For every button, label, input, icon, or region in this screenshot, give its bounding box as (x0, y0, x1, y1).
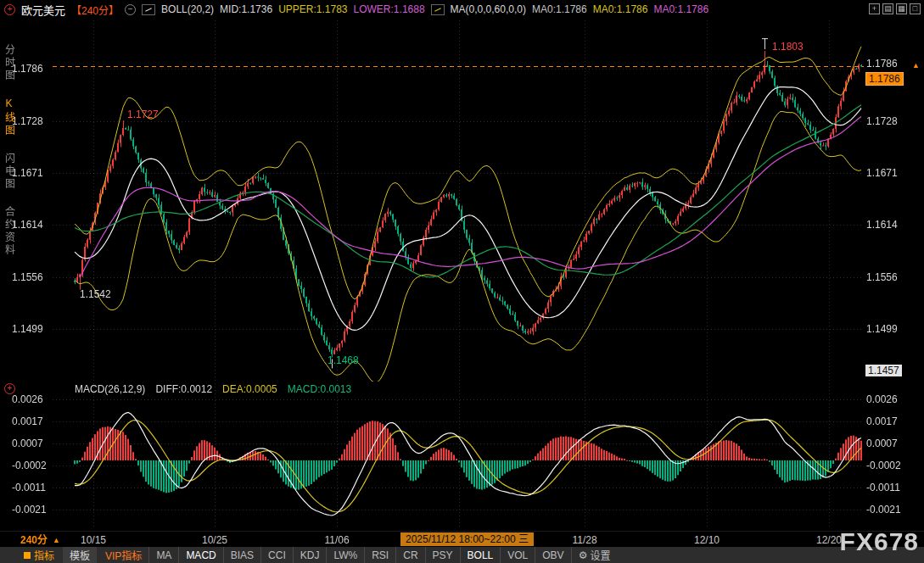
price-axis-label-right: 1.1671 (866, 167, 898, 179)
sidebar-item-candle-chart[interactable]: K线图 (3, 98, 17, 137)
price-axis-label-right: 1.1499 (866, 323, 898, 335)
tab-vip-indicators[interactable]: VIP指标 (98, 547, 148, 563)
tab-kdj[interactable]: KDJ (293, 547, 327, 563)
macd-axis-label-right: 0.0026 (866, 393, 898, 405)
indicator-tabbar: 指标模板VIP指标MAMACDBIASCCIKDJLW%RSICRPSYBOLL… (0, 547, 924, 563)
macd-value: MACD:0.0013 (288, 383, 351, 395)
tab-obv[interactable]: OBV (535, 547, 570, 563)
tab-lw[interactable]: LW% (326, 547, 364, 563)
watermark: FX678 (840, 527, 919, 556)
macd-diff-value: DIFF:0.0012 (155, 383, 212, 395)
sidebar-item-lightning-chart[interactable]: 闪电图 (3, 153, 17, 191)
chart-canvas[interactable] (0, 0, 924, 563)
boll-line-swatch (145, 8, 152, 11)
tab-label: PSY (433, 549, 453, 561)
date-axis-label: 11/28 (572, 534, 596, 546)
tab-settings[interactable]: ⚙设置 (571, 547, 618, 563)
price-axis-label-right: 1.1728 (866, 115, 898, 127)
topbar: + 欧元美元 【240分】 − BOLL(20,2) MID:1.1736 UP… (0, 0, 873, 19)
gear-icon: ⚙ (579, 549, 588, 561)
macd-axis-label-right: -0.0002 (866, 460, 901, 471)
ma-value-3: MA0:1.1786 (653, 3, 708, 15)
price-axis-label-right: 1.1556 (866, 271, 898, 283)
fullscreen-icon[interactable]: □ (910, 3, 921, 14)
price-annotation: 1.1803 (772, 42, 804, 53)
macd-axis-label-left: -0.0011 (12, 482, 46, 493)
tab-label: VOL (507, 549, 528, 561)
macd-axis-label-left: 0.0007 (12, 438, 43, 449)
tab-label: CR (403, 549, 417, 561)
tab-label: 指标 (34, 548, 54, 562)
symbol-title: 欧元美元 (21, 2, 65, 18)
zoom-out-icon[interactable]: − (125, 4, 136, 15)
tab-cci[interactable]: CCI (260, 547, 293, 563)
price-axis-label-right: 1.1614 (866, 219, 898, 231)
date-axis-label: 10/25 (202, 534, 227, 546)
price-axis-label-left: 1.1499 (12, 323, 43, 335)
macd-params-label: MACD(26,12,9) (75, 383, 145, 395)
price-annotation: 1.1542 (80, 289, 111, 300)
macd-axis-label-right: 0.0007 (866, 438, 898, 449)
date-axis-label: 12/10 (694, 534, 720, 546)
layout-grid-icon[interactable]: ▦ (896, 3, 907, 14)
boll-upper-value: UPPER:1.1783 (278, 3, 347, 15)
add-panel-icon[interactable]: + (869, 3, 880, 14)
ma-params-label: MA(0,0,0,60,0,0) (451, 3, 526, 15)
macd-axis-label-right: 0.0017 (866, 415, 898, 427)
ma-value-2: MA0:1.1786 (593, 3, 648, 15)
tab-label: LW% (333, 549, 357, 561)
tab-bias[interactable]: BIAS (223, 547, 260, 563)
price-annotation: 1.1727 (127, 109, 159, 120)
price-axis-label-right: 1.1786 (866, 58, 898, 70)
period-up-arrow-icon: ▲ (53, 536, 60, 544)
tab-templates[interactable]: 模板 (63, 547, 97, 563)
tab-label: 模板 (70, 548, 90, 562)
date-axis-label: 11/06 (324, 534, 349, 546)
macd-axis-label-right: -0.0011 (866, 482, 900, 493)
boll-mid-value: MID:1.1736 (220, 3, 272, 15)
price-axis-label-left: 1.1556 (12, 271, 43, 283)
tab-vol[interactable]: VOL (500, 547, 535, 563)
tab-label: CCI (268, 549, 286, 561)
tab-label: BIAS (231, 549, 254, 561)
tab-label: 设置 (590, 548, 610, 562)
sidebar-item-time-chart[interactable]: 分时图 (3, 44, 17, 82)
boll-legend-icon[interactable] (142, 4, 155, 15)
period-badge: 【240分】 (71, 3, 119, 17)
macd-axis-label-left: 0.0026 (12, 393, 43, 405)
tab-label: RSI (372, 549, 389, 561)
ma-line-swatch (434, 8, 441, 11)
tab-label: OBV (542, 549, 563, 561)
current-price-label: 1.1786 (865, 72, 904, 86)
window-controls: + ▤ ▦ □ (869, 3, 921, 14)
tab-label: BOLL (468, 549, 494, 561)
macd-axis-label-right: -0.0021 (866, 504, 901, 516)
price-up-arrow-icon: ▲ (912, 61, 920, 70)
crosshair-date-tooltip: 2025/11/12 18:00~22:00 三 (400, 532, 534, 546)
tab-indicators[interactable]: 指标 (17, 547, 61, 563)
tab-psy[interactable]: PSY (425, 547, 460, 563)
tab-boll[interactable]: BOLL (460, 547, 501, 563)
tab-cr[interactable]: CR (395, 547, 424, 563)
layout-rows-icon[interactable]: ▤ (882, 3, 893, 14)
macd-axis-label-left: -0.0021 (12, 504, 47, 516)
price-annotation: 1.1468 (328, 355, 359, 366)
tab-ma[interactable]: MA (148, 547, 178, 563)
ma-value-1: MA0:1.1786 (532, 3, 587, 15)
indicators-icon (24, 552, 31, 559)
tab-rsi[interactable]: RSI (364, 547, 395, 563)
macd-axis-label-left: -0.0002 (12, 460, 47, 471)
tab-macd[interactable]: MACD (178, 547, 222, 563)
macd-dea-value: DEA:0.0005 (222, 383, 277, 395)
chart-type-sidebar: 分时图K线图闪电图合约资料 (2, 44, 17, 257)
sidebar-item-contract-info[interactable]: 合约资料 (3, 206, 17, 257)
date-axis-label: 10/15 (81, 534, 106, 546)
tab-label: MA (156, 549, 171, 561)
macd-axis-label-left: 0.0017 (12, 415, 43, 427)
crosshair-tool-icon[interactable]: + (4, 4, 15, 15)
tab-label: MACD (186, 549, 216, 561)
chart-app: + 欧元美元 【240分】 − BOLL(20,2) MID:1.1736 UP… (0, 0, 924, 563)
crosshair-price-label: 1.1457 (865, 365, 902, 376)
ma-legend-icon[interactable] (431, 4, 445, 15)
macd-legend: MACD(26,12,9) DIFF:0.0012 DEA:0.0005 MAC… (0, 382, 351, 396)
